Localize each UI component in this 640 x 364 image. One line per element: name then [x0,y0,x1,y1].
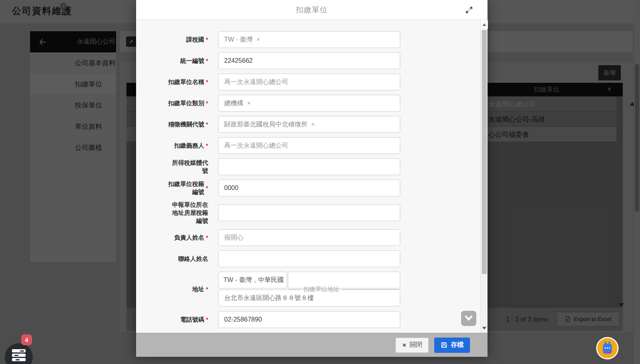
chevron-down-icon [464,315,473,322]
queue-list-icon [12,349,26,362]
chatbot-button[interactable] [596,337,619,360]
field-input[interactable] [218,204,400,221]
field-label-phone: 電話號碼* [145,316,208,324]
required-star: * [206,78,208,86]
required-star: * [206,36,208,44]
field-input[interactable]: 再一次永遠開心總公司 [218,74,400,90]
required-star: * [206,120,208,128]
notification-badge: 4 [21,334,32,345]
field-label: 稽徵機關代號* [145,120,208,128]
field-input[interactable]: 財政部臺北國稅局中北稽徵所✕ [218,116,400,133]
withholding-unit-modal: 扣繳單位 課稅國*TW - 臺灣✕統一編號*22425662扣繳單位名稱*再一次… [136,0,488,357]
required-star: * [206,285,208,293]
required-star: * [206,316,208,324]
scrollbar-down-icon[interactable] [482,327,486,330]
field-input[interactable]: 再一次永遠開心總公司 [218,137,400,154]
field-label: 統一編號* [145,57,208,65]
field-label: 扣繳單位稅籍編號* [145,180,208,196]
form-field-row-phone: 電話號碼* 02-25867890 [145,311,480,328]
field-label: 扣繳單位名稱* [145,78,208,86]
tag-remove-icon[interactable]: ✕ [256,37,260,42]
expand-icon[interactable] [465,6,473,14]
field-label: 負責人姓名* [145,234,208,242]
field-input[interactable] [218,250,400,267]
form-field-row: 統一編號*22425662 [145,52,480,69]
form-field-row: 負責人姓名*很開心 [145,229,480,246]
save-button[interactable]: 存檔 [434,338,470,353]
required-star: * [206,184,208,192]
modal-footer: ✕ 關閉 存檔 [136,333,488,357]
required-star: * [206,57,208,65]
form-field-row-address: 地址* TW - 臺灣，中華民國 ✕ 台北市永遠區開心路８８號８樓 [145,272,480,306]
field-label: 扣繳義務人* [145,142,208,150]
field-input[interactable]: 總機構✕ [218,95,400,112]
field-label: 扣繳單位類別* [145,99,208,107]
phone-input[interactable]: 02-25867890 [218,311,400,328]
field-label-address: 地址* [145,285,208,293]
form-field-row: 扣繳單位類別*總機構✕ [145,95,480,112]
scrollbar-up-icon[interactable] [481,20,488,29]
field-input[interactable]: 0000 [218,180,400,196]
required-star: * [206,99,208,107]
field-input[interactable]: 很開心 [218,229,400,246]
save-floppy-icon [441,342,447,348]
tag-remove-icon[interactable]: ✕ [311,122,315,127]
form-field-row: 扣繳單位名稱*再一次永遠開心總公司 [145,74,480,90]
address-extra-input[interactable] [288,272,400,288]
required-star: * [206,142,208,150]
form-field-row: 申報單位所在地址房屋稅籍編號 [145,201,480,225]
close-button[interactable]: ✕ 關閉 [395,338,429,353]
form-field-row: 扣繳義務人*再一次永遠開心總公司 [145,137,480,154]
field-label: 申報單位所在地址房屋稅籍編號 [145,201,208,225]
app-stage: 公司資料維護 ? 永遠開心公司 公司基本資料扣繳單位投保單位單位資料公司圖檔 新… [0,0,640,364]
form-field-row: 稽徵機關代號*財政部臺北國稅局中北稽徵所✕ [145,116,480,133]
field-label: 所得稅媒體代號 [145,159,208,175]
form-field-row: 課稅國*TW - 臺灣✕ [145,31,480,48]
robot-icon [596,337,619,360]
tag-remove-icon[interactable]: ✕ [247,100,251,106]
close-x-icon: ✕ [402,342,407,348]
modal-scrollbar[interactable] [480,20,488,333]
modal-title: 扣繳單位 [296,5,328,15]
address-country-input[interactable]: TW - 臺灣，中華民國 ✕ [218,272,287,288]
form-field-row: 所得稅媒體代號 [145,158,480,175]
address-group: TW - 臺灣，中華民國 ✕ 台北市永遠區開心路８８號８樓 扣繳單位地址 [218,272,400,306]
form-field-row: 聯絡人姓名 [145,250,480,267]
modal-header: 扣繳單位 [136,0,488,20]
modal-scrollbar-thumb[interactable] [482,30,487,274]
field-input[interactable] [218,158,400,175]
field-input[interactable]: TW - 臺灣✕ [218,31,400,48]
required-star: * [206,234,208,242]
field-label: 聯絡人姓名 [145,255,208,263]
scroll-to-bottom-button[interactable] [461,311,476,326]
address-street-input[interactable]: 台北市永遠區開心路８８號８樓 [218,290,400,306]
form-field-row: 扣繳單位稅籍編號*0000 [145,180,480,196]
field-input[interactable]: 22425662 [218,52,400,69]
modal-form: 課稅國*TW - 臺灣✕統一編號*22425662扣繳單位名稱*再一次永遠開心總… [136,20,480,333]
field-label: 課稅國* [145,36,208,44]
